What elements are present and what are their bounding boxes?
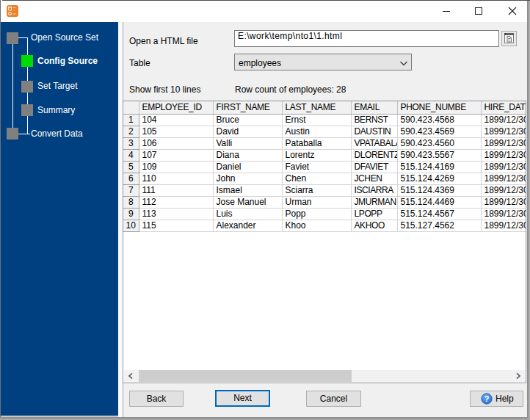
- svg-text:?: ?: [484, 394, 490, 403]
